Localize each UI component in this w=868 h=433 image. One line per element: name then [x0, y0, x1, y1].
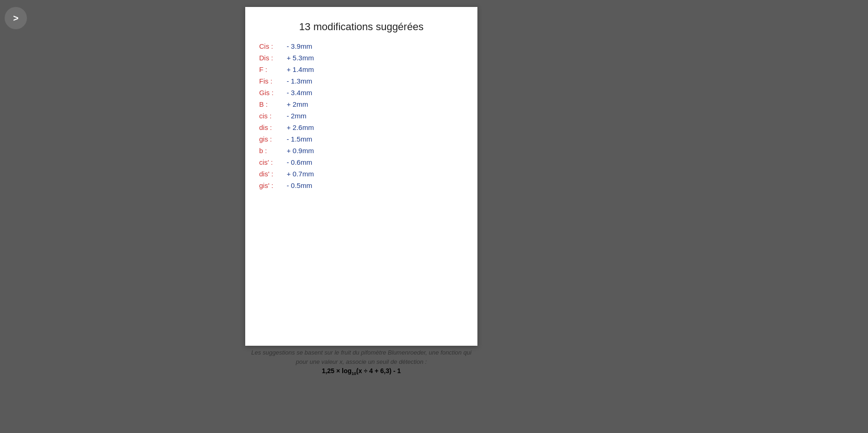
item-value: - 1.3mm	[285, 77, 312, 85]
footer-line1: Les suggestions se basent sur le fruit d…	[251, 349, 471, 356]
item-value: + 0.7mm	[285, 170, 314, 178]
main-panel: 13 modifications suggérées Cis : - 3.9mm…	[245, 7, 477, 346]
item-label: cis' :	[259, 158, 285, 166]
list-item: Cis : - 3.9mm	[259, 42, 463, 50]
footer-formula: 1,25 × log10(x ÷ 4 + 6,3) - 1	[322, 367, 401, 375]
list-item: dis' : + 0.7mm	[259, 170, 463, 178]
list-item: Fis : - 1.3mm	[259, 77, 463, 85]
panel-title: 13 modifications suggérées	[245, 7, 477, 42]
item-value: + 2.6mm	[285, 123, 314, 131]
item-value: - 0.6mm	[285, 158, 312, 166]
list-item: Gis : - 3.4mm	[259, 89, 463, 97]
list-item: cis' : - 0.6mm	[259, 158, 463, 166]
item-value: + 1.4mm	[285, 65, 314, 73]
chevron-right-icon: >	[13, 13, 19, 24]
item-label: gis' :	[259, 181, 285, 189]
list-item: dis : + 2.6mm	[259, 123, 463, 131]
footer-line2: pour une valeur x, associe un seuil de d…	[296, 358, 427, 365]
list-item: b : + 0.9mm	[259, 147, 463, 155]
item-label: dis' :	[259, 170, 285, 178]
item-value: + 2mm	[285, 100, 308, 108]
list-item: B : + 2mm	[259, 100, 463, 108]
list-item: Dis : + 5.3mm	[259, 54, 463, 62]
item-value: + 0.9mm	[285, 147, 314, 155]
modifications-list: Cis : - 3.9mmDis : + 5.3mmF : + 1.4mmFis…	[245, 42, 477, 189]
item-label: dis :	[259, 123, 285, 131]
item-label: Fis :	[259, 77, 285, 85]
footer-note: Les suggestions se basent sur le fruit d…	[245, 348, 477, 377]
item-label: F :	[259, 65, 285, 73]
item-label: B :	[259, 100, 285, 108]
item-value: + 5.3mm	[285, 54, 314, 62]
item-value: - 1.5mm	[285, 135, 312, 143]
item-value: - 3.4mm	[285, 89, 312, 97]
list-item: cis : - 2mm	[259, 112, 463, 120]
item-value: - 0.5mm	[285, 181, 312, 189]
item-label: cis :	[259, 112, 285, 120]
item-label: b :	[259, 147, 285, 155]
item-label: Cis :	[259, 42, 285, 50]
list-item: gis : - 1.5mm	[259, 135, 463, 143]
item-value: - 2mm	[285, 112, 307, 120]
item-label: gis :	[259, 135, 285, 143]
sidebar-toggle-button[interactable]: >	[5, 7, 27, 29]
item-value: - 3.9mm	[285, 42, 312, 50]
list-item: F : + 1.4mm	[259, 65, 463, 73]
list-item: gis' : - 0.5mm	[259, 181, 463, 189]
item-label: Dis :	[259, 54, 285, 62]
item-label: Gis :	[259, 89, 285, 97]
